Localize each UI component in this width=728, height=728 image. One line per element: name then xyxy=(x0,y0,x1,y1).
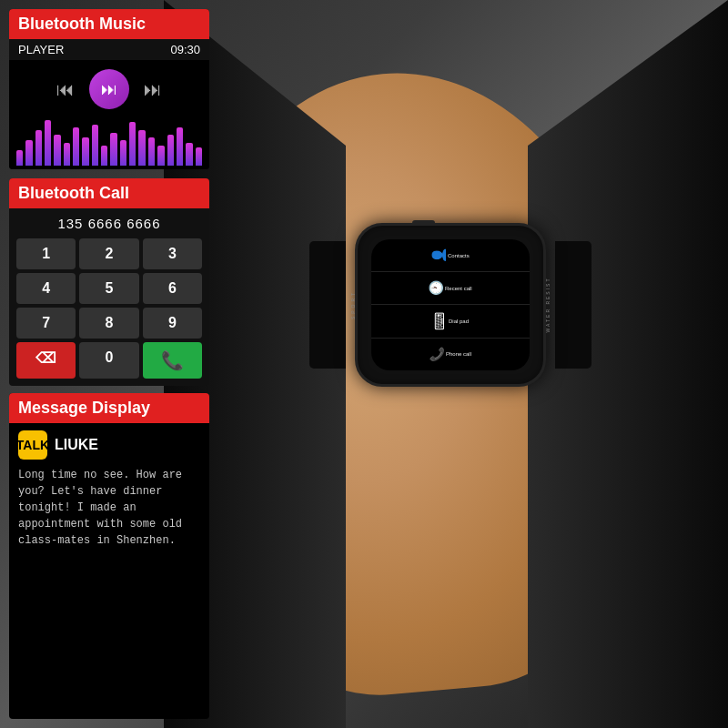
player-label: PLAYER xyxy=(18,43,64,56)
message-panel-title: Message Display xyxy=(9,393,209,423)
eq-bar xyxy=(196,147,202,166)
call-panel-title: Bluetooth Call xyxy=(9,178,209,208)
play-button[interactable]: ⏭ xyxy=(89,69,129,109)
watch-button[interactable] xyxy=(412,220,435,226)
recentcall-label: Recent call xyxy=(445,286,472,291)
prev-button[interactable]: ⏮ xyxy=(56,79,75,100)
dial-key-📞[interactable]: 📞 xyxy=(143,342,202,379)
eq-bar xyxy=(157,146,164,166)
eq-bar xyxy=(82,137,88,166)
eq-bar xyxy=(64,143,70,166)
watch-col-dialpad[interactable]: ⌨ Dial pad xyxy=(371,305,530,338)
dial-key-6[interactable]: 6 xyxy=(143,273,202,304)
contacts-icon: 👤 xyxy=(431,248,446,263)
watch-sport-label: SPORT xyxy=(350,290,356,319)
dialpad-icon: ⌨ xyxy=(432,312,447,330)
player-controls: ⏮ ⏭ ⏭ xyxy=(9,60,209,115)
dial-key-8[interactable]: 8 xyxy=(79,308,138,339)
eq-bar xyxy=(73,127,79,166)
next-button[interactable]: ⏭ xyxy=(144,79,162,100)
call-panel: Bluetooth Call 135 6666 6666 123456789⌫0… xyxy=(9,178,209,386)
message-sender: LIUKE xyxy=(55,437,98,453)
dial-key-1[interactable]: 1 xyxy=(16,238,76,269)
dial-key-⌫[interactable]: ⌫ xyxy=(16,342,76,379)
watch-screen: 📞 Phone call ⌨ Dial pad 🕐 Recent call 👤 … xyxy=(371,239,530,370)
phonecall-label: Phone call xyxy=(446,351,471,357)
dial-key-5[interactable]: 5 xyxy=(79,273,138,304)
dialpad: 123456789⌫0📞 xyxy=(9,235,209,386)
call-number: 135 6666 6666 xyxy=(9,208,209,235)
message-panel: Message Display TALK LIUKE Long time no … xyxy=(9,393,209,719)
eq-bar xyxy=(16,150,23,166)
dial-key-9[interactable]: 9 xyxy=(143,308,202,339)
watch-body: SPORT WATER RESIST 📞 Phone call ⌨ Dial p… xyxy=(355,223,546,387)
watch: SPORT WATER RESIST 📞 Phone call ⌨ Dial p… xyxy=(309,209,519,400)
eq-bar xyxy=(45,120,51,166)
dial-key-0[interactable]: 0 xyxy=(79,342,138,379)
eq-bar xyxy=(148,137,155,166)
dial-key-4[interactable]: 4 xyxy=(16,273,76,304)
player-header: PLAYER 09:30 xyxy=(9,39,209,60)
music-panel: Bluetooth Music PLAYER 09:30 ⏮ ⏭ ⏭ xyxy=(9,9,209,169)
eq-bar xyxy=(167,135,174,166)
music-panel-title: Bluetooth Music xyxy=(9,9,209,39)
talk-app-icon: TALK xyxy=(18,430,47,460)
dial-key-7[interactable]: 7 xyxy=(16,308,76,339)
contacts-label: Contacts xyxy=(448,253,470,258)
eq-bar xyxy=(25,140,32,166)
eq-bar xyxy=(92,125,98,166)
watch-col-recentcall[interactable]: 🕐 Recent call xyxy=(371,271,530,304)
eq-bar xyxy=(120,140,126,166)
eq-bar xyxy=(138,130,145,166)
eq-bar xyxy=(35,130,42,166)
player-time: 09:30 xyxy=(170,43,200,56)
eq-bar xyxy=(101,146,107,166)
recentcall-icon: 🕐 xyxy=(429,280,443,296)
watch-band-bottom xyxy=(555,241,592,369)
watch-col-contacts[interactable]: 👤 Contacts xyxy=(371,239,530,271)
eq-bar xyxy=(54,135,60,166)
message-body: Long time no see. How are you? Let's hav… xyxy=(9,463,209,558)
dial-key-2[interactable]: 2 xyxy=(79,238,138,269)
ui-panels: Bluetooth Music PLAYER 09:30 ⏮ ⏭ ⏭ Bluet… xyxy=(0,0,214,728)
watch-col-phonecall[interactable]: 📞 Phone call xyxy=(371,338,530,370)
equalizer xyxy=(9,115,209,169)
watch-band-top xyxy=(309,241,346,369)
eq-bar xyxy=(129,122,136,166)
dial-key-3[interactable]: 3 xyxy=(143,238,202,269)
eq-bar xyxy=(186,143,192,166)
watch-water-label: WATER RESIST xyxy=(545,278,551,333)
eq-bar xyxy=(177,127,183,166)
eq-bar xyxy=(110,133,116,166)
dialpad-label: Dial pad xyxy=(449,318,469,324)
phonecall-icon: 📞 xyxy=(430,347,444,362)
message-header: TALK LIUKE xyxy=(9,423,209,463)
